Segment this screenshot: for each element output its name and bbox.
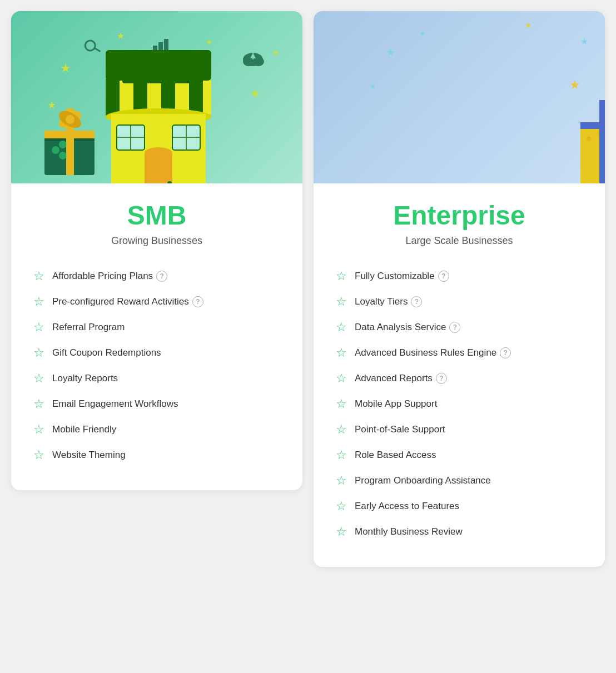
feature-label: Advanced Reports?: [355, 373, 447, 384]
enterprise-feature-list: ☆ Fully Customizable? ☆ Loyalty Tiers? ☆…: [336, 263, 583, 545]
help-icon[interactable]: ?: [436, 373, 447, 384]
svg-point-37: [145, 147, 172, 158]
star-icon: ☆: [336, 269, 347, 283]
smb-feature-list: ☆ Affordable Pricing Plans? ☆ Pre-config…: [33, 263, 280, 468]
svg-text:★: ★: [386, 47, 395, 58]
enterprise-feature-item: ☆ Program Onboarding Assistance: [336, 468, 583, 493]
feature-label: Advanced Business Rules Engine?: [355, 347, 511, 358]
svg-text:★: ★: [525, 21, 532, 29]
svg-line-1: [95, 47, 100, 52]
star-icon: ☆: [336, 422, 347, 437]
star-icon: ☆: [336, 525, 347, 539]
star-icon: ☆: [33, 295, 44, 309]
smb-feature-item: ☆ Website Theming: [33, 442, 280, 468]
star-icon: ☆: [336, 371, 347, 386]
smb-feature-item: ☆ Loyalty Reports: [33, 366, 280, 391]
star-icon: ☆: [33, 448, 44, 462]
star-icon: ☆: [33, 346, 44, 360]
svg-point-27: [59, 152, 67, 159]
smb-feature-item: ☆ Email Engagement Workflows: [33, 391, 280, 417]
smb-card: $ ★ ★ ★: [11, 11, 302, 490]
smb-title: SMB: [33, 200, 280, 231]
help-icon[interactable]: ?: [449, 322, 460, 333]
enterprise-feature-item: ☆ Advanced Reports?: [336, 366, 583, 391]
smb-card-body: SMB Growing Businesses ☆ Affordable Pric…: [11, 183, 302, 490]
star-icon: ☆: [336, 295, 347, 309]
svg-rect-45: [106, 50, 211, 81]
svg-text:★: ★: [419, 29, 426, 38]
feature-label: Early Access to Features: [355, 501, 459, 512]
star-icon: ☆: [33, 397, 44, 411]
feature-label: Program Onboarding Assistance: [355, 475, 491, 486]
svg-point-26: [59, 141, 67, 148]
svg-text:★: ★: [569, 78, 580, 92]
svg-point-24: [66, 115, 74, 124]
feature-label: Loyalty Tiers?: [355, 296, 422, 307]
svg-text:★: ★: [272, 48, 280, 57]
cards-container: $ ★ ★ ★: [11, 11, 605, 567]
enterprise-feature-item: ☆ Early Access to Features: [336, 493, 583, 519]
svg-text:★: ★: [47, 99, 56, 111]
svg-rect-86: [599, 100, 605, 183]
star-icon: ☆: [336, 473, 347, 488]
feature-label: Referral Program: [52, 322, 125, 333]
feature-label: Website Theming: [52, 450, 126, 461]
star-icon: ☆: [33, 371, 44, 386]
feature-label: Mobile App Support: [355, 398, 437, 410]
star-icon: ☆: [336, 499, 347, 514]
svg-text:★: ★: [580, 37, 588, 46]
svg-point-25: [52, 146, 59, 154]
enterprise-feature-item: ☆ Role Based Access: [336, 442, 583, 468]
star-icon: ☆: [336, 320, 347, 335]
enterprise-feature-item: ☆ Advanced Business Rules Engine?: [336, 340, 583, 366]
svg-text:★: ★: [60, 61, 71, 75]
enterprise-card: ★ ★ ★ ★ ★ ★ ★ ★: [314, 11, 605, 567]
svg-text:★: ★: [206, 37, 213, 46]
feature-label: Monthly Business Review: [355, 526, 463, 537]
enterprise-subtitle: Large Scale Businesses: [336, 235, 583, 247]
smb-feature-item: ☆ Referral Program: [33, 315, 280, 340]
enterprise-header: ★ ★ ★ ★ ★ ★ ★ ★: [314, 11, 605, 183]
feature-label: Email Engagement Workflows: [52, 398, 178, 410]
help-icon[interactable]: ?: [438, 271, 449, 282]
help-icon[interactable]: ?: [411, 296, 422, 307]
svg-point-83: [587, 137, 591, 141]
feature-label: Affordable Pricing Plans?: [52, 271, 167, 282]
feature-label: Fully Customizable?: [355, 271, 449, 282]
svg-text:★: ★: [250, 87, 260, 99]
svg-rect-21: [44, 131, 95, 138]
enterprise-feature-item: ☆ Data Analysis Service?: [336, 315, 583, 340]
smb-header: $ ★ ★ ★: [11, 11, 302, 183]
svg-rect-29: [106, 78, 120, 117]
smb-subtitle: Growing Businesses: [33, 235, 280, 247]
enterprise-title: Enterprise: [336, 200, 583, 231]
svg-point-0: [84, 39, 96, 52]
feature-label: Pre-configured Reward Activities?: [52, 296, 203, 307]
feature-label: Point-of-Sale Support: [355, 424, 445, 435]
star-icon: ☆: [33, 320, 44, 335]
feature-label: Loyalty Reports: [52, 373, 118, 384]
star-icon: ☆: [33, 269, 44, 283]
enterprise-feature-item: ☆ Point-of-Sale Support: [336, 417, 583, 442]
svg-text:★: ★: [117, 31, 125, 41]
star-icon: ☆: [33, 422, 44, 437]
enterprise-feature-item: ☆ Monthly Business Review: [336, 519, 583, 545]
enterprise-feature-item: ☆ Mobile App Support: [336, 391, 583, 417]
feature-label: Mobile Friendly: [52, 424, 116, 435]
feature-label: Data Analysis Service?: [355, 322, 460, 333]
feature-label: Role Based Access: [355, 450, 436, 461]
feature-label: Gift Coupon Redemptions: [52, 347, 161, 358]
help-icon[interactable]: ?: [156, 271, 167, 282]
help-icon[interactable]: ?: [192, 296, 203, 307]
enterprise-feature-item: ☆ Loyalty Tiers?: [336, 289, 583, 315]
help-icon[interactable]: ?: [500, 347, 511, 358]
smb-feature-item: ☆ Gift Coupon Redemptions: [33, 340, 280, 366]
star-icon: ☆: [336, 346, 347, 360]
smb-feature-item: ☆ Mobile Friendly: [33, 417, 280, 442]
smb-feature-item: ☆ Pre-configured Reward Activities?: [33, 289, 280, 315]
star-icon: ☆: [336, 448, 347, 462]
svg-text:★: ★: [369, 82, 376, 91]
smb-feature-item: ☆ Affordable Pricing Plans?: [33, 263, 280, 289]
svg-rect-87: [580, 122, 605, 129]
enterprise-feature-item: ☆ Fully Customizable?: [336, 263, 583, 289]
